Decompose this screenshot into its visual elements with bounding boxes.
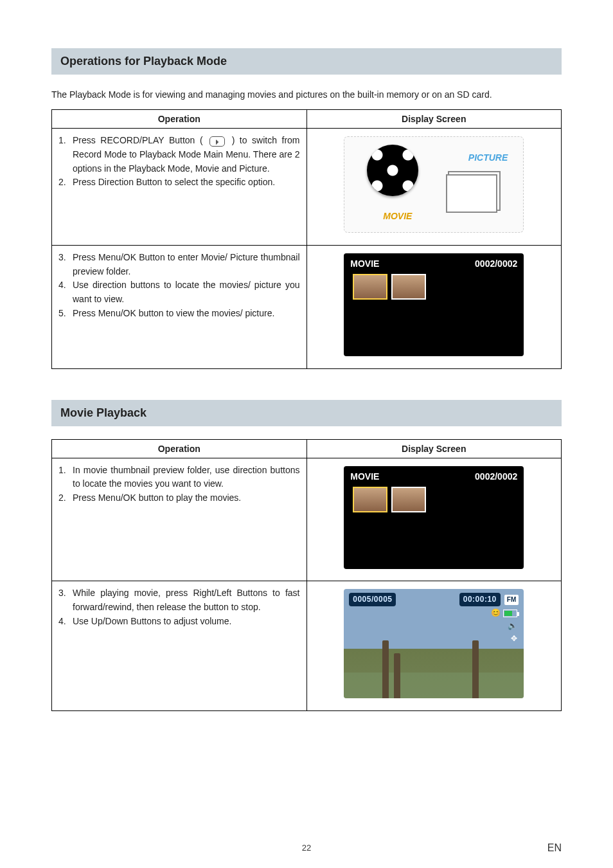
screen-time: 00:00:10 [459,593,501,606]
list-text: Press Menu/OK button to play the movies. [73,491,300,505]
thumbnail-row [353,274,426,300]
thumbnail-icon [353,487,387,512]
text-fragment: Press RECORD/PLAY Button ( [73,135,208,145]
list-number: 4. [58,278,73,306]
table-row: 1. Press RECORD/PLAY Button ( ) to switc… [52,129,562,246]
section-header-playback: Operations for Playback Mode [51,48,562,75]
section-header-movie-playback: Movie Playback [51,400,562,426]
page-language: EN [547,842,562,854]
volume-icon: 🔈 [508,620,517,632]
screen-title: MOVIE [350,470,379,484]
scene-water [344,673,524,698]
table-row: 3. Press Menu/OK Button to enter Movie/ … [52,246,562,369]
list-number: 2. [58,176,73,190]
display-screen-playing: 0005/0005 00:00:10 FM 😊 🔈 ✥ [344,589,524,698]
list-number: 1. [58,134,73,176]
fm-badge: FM [504,595,519,605]
battery-icon [503,610,517,617]
table-row: 1. In movie thumbnail preview folder, us… [52,458,562,581]
col-header-operation: Operation [52,110,307,129]
film-reel-icon [367,145,418,196]
thumbnail-icon [391,487,426,512]
movie-playback-table: Operation Display Screen 1. In movie thu… [51,439,562,711]
list-number: 5. [58,307,73,321]
screen-counter: 0005/0005 [349,593,396,606]
display-screen-mode-select: PICTURE MOVIE [344,136,524,233]
list-number: 1. [58,464,73,491]
list-text: Use direction buttons to locate the movi… [73,278,300,306]
list-text: Press Menu/OK button to view the movies/… [73,307,300,321]
table-row: 3. While playing movie, press Right/Left… [52,581,562,711]
col-header-display: Display Screen [306,439,562,458]
list-text: While playing movie, press Right/Left Bu… [73,586,300,614]
col-header-display: Display Screen [306,110,562,129]
picture-stack-icon [446,174,497,213]
thumbnail-icon [391,274,426,300]
dpad-icon: ✥ [511,633,517,645]
scene-pole-icon [472,640,479,698]
list-text: Press RECORD/PLAY Button ( ) to switch f… [73,134,300,176]
list-number: 3. [58,251,73,278]
thumbnail-icon [353,274,387,300]
list-text: Press Direction Button to select the spe… [73,176,300,190]
display-screen-thumbnail: MOVIE 0002/0002 [344,253,524,356]
list-text: Press Menu/OK Button to enter Movie/ Pic… [73,251,300,278]
playback-table: Operation Display Screen 1. Press RECORD… [51,109,562,368]
record-play-icon [209,136,225,147]
list-text: Use Up/Down Buttons to adjust volume. [73,615,300,629]
thumbnail-row [353,487,426,512]
scene-pole-icon [394,653,400,698]
screen-counter: 0002/0002 [475,257,517,271]
scene-pole-icon [382,640,389,698]
screen-title: MOVIE [350,257,379,271]
label-movie: MOVIE [383,210,412,224]
list-number: 3. [58,586,73,614]
face-detect-icon: 😊 [491,607,517,619]
label-picture: PICTURE [468,151,508,165]
page: Operations for Playback Mode The Playbac… [0,0,613,868]
page-number: 22 [0,843,613,853]
list-number: 2. [58,491,73,505]
intro-text: The Playback Mode is for viewing and man… [51,87,562,102]
list-text: In movie thumbnail preview folder, use d… [73,464,300,491]
col-header-operation: Operation [52,439,307,458]
list-number: 4. [58,615,73,629]
display-screen-thumbnail: MOVIE 0002/0002 [344,466,524,569]
screen-counter: 0002/0002 [475,470,517,484]
